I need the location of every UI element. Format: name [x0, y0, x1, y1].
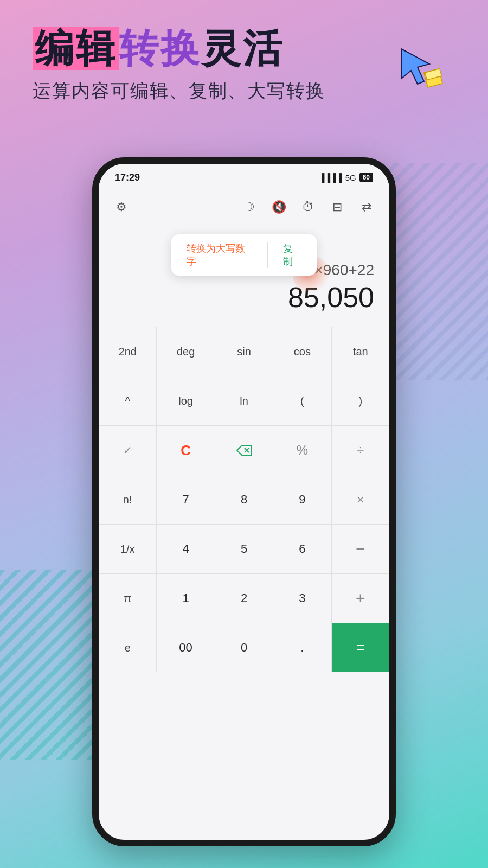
- key-close-paren[interactable]: ): [332, 376, 389, 425]
- phone-mockup: 17:29 ▐▐▐▐ 5G 60 ⚙ ☽ 🔇 ⏱ ⊟ ⇄ 转换为大写数字 复制 …: [92, 157, 396, 846]
- title-part2: 转换: [119, 27, 202, 70]
- key-pi[interactable]: π: [99, 574, 157, 623]
- app-toolbar: ⚙ ☽ 🔇 ⏱ ⊟ ⇄: [99, 191, 389, 224]
- header-subtitle: 运算内容可编辑、复制、大写转换: [33, 79, 455, 104]
- key-clear[interactable]: C: [157, 426, 215, 475]
- key-equals[interactable]: =: [332, 623, 389, 672]
- battery-indicator: 60: [359, 173, 373, 182]
- toolbar-right-icons: ☽ 🔇 ⏱ ⊟ ⇄: [240, 197, 376, 217]
- convert-button[interactable]: ⇄: [357, 197, 376, 217]
- network-type: 5G: [345, 173, 356, 182]
- copy-button[interactable]: 复制: [283, 242, 301, 268]
- backspace-icon: [236, 444, 252, 456]
- key-zero[interactable]: 0: [215, 623, 273, 672]
- title-part3: 灵活: [202, 27, 284, 70]
- key-row-5: 1/x 4 5 6 −: [99, 524, 389, 573]
- key-cos[interactable]: cos: [273, 327, 331, 376]
- key-backspace[interactable]: [215, 426, 273, 475]
- key-subtract[interactable]: −: [332, 525, 389, 573]
- key-double-zero[interactable]: 00: [157, 623, 215, 672]
- header-section: 编辑转换灵活 运算内容可编辑、复制、大写转换: [33, 27, 455, 104]
- bg-decoration-right: [380, 163, 488, 380]
- key-7[interactable]: 7: [157, 475, 215, 524]
- key-divide[interactable]: ÷: [332, 426, 389, 475]
- key-tan[interactable]: tan: [332, 327, 389, 376]
- signal-bars-icon: ▐▐▐▐: [319, 173, 342, 182]
- header-title: 编辑转换灵活: [33, 27, 455, 70]
- key-row-4: n! 7 8 9 ×: [99, 475, 389, 524]
- keyboard-area: 2nd deg sin cos tan ^ log ln ( ) ✓ C: [99, 321, 389, 672]
- key-6[interactable]: 6: [273, 525, 331, 573]
- menu-divider: [267, 242, 268, 268]
- key-3[interactable]: 3: [273, 574, 331, 623]
- title-highlight: 编辑: [33, 27, 119, 70]
- key-8[interactable]: 8: [215, 475, 273, 524]
- bg-decoration-left: [0, 570, 98, 760]
- convert-to-chinese-button[interactable]: 转换为大写数字: [187, 242, 252, 268]
- history-button[interactable]: ⏱: [298, 197, 318, 217]
- key-2[interactable]: 2: [215, 574, 273, 623]
- key-percent[interactable]: %: [273, 426, 331, 475]
- key-row-bottom: e 00 0 . =: [99, 623, 389, 672]
- key-power[interactable]: ^: [99, 376, 157, 425]
- key-deg[interactable]: deg: [157, 327, 215, 376]
- key-row-3: ✓ C % ÷: [99, 425, 389, 475]
- status-time: 17:29: [115, 172, 140, 183]
- key-sqrt[interactable]: ✓: [99, 426, 157, 475]
- key-row-1: 2nd deg sin cos tan: [99, 327, 389, 376]
- key-multiply[interactable]: ×: [332, 475, 389, 524]
- key-log[interactable]: log: [157, 376, 215, 425]
- key-ln[interactable]: ln: [215, 376, 273, 425]
- key-1[interactable]: 1: [157, 574, 215, 623]
- status-icons: ▐▐▐▐ 5G 60: [319, 173, 373, 182]
- settings-button[interactable]: ⚙: [112, 197, 131, 217]
- key-4[interactable]: 4: [157, 525, 215, 573]
- key-row-2: ^ log ln ( ): [99, 376, 389, 425]
- key-row-6: π 1 2 3 +: [99, 573, 389, 623]
- night-mode-button[interactable]: ☽: [240, 197, 259, 217]
- display-area: 转换为大写数字 复制 88×960+22 85,050: [99, 224, 389, 321]
- key-open-paren[interactable]: (: [273, 376, 331, 425]
- key-9[interactable]: 9: [273, 475, 331, 524]
- key-decimal[interactable]: .: [273, 623, 331, 672]
- context-menu: 转换为大写数字 复制: [171, 234, 317, 276]
- key-reciprocal[interactable]: 1/x: [99, 525, 157, 573]
- key-5[interactable]: 5: [215, 525, 273, 573]
- key-euler[interactable]: e: [99, 623, 157, 672]
- key-factorial[interactable]: n!: [99, 475, 157, 524]
- key-2nd[interactable]: 2nd: [99, 327, 157, 376]
- cursor-decoration: [396, 43, 445, 92]
- key-sin[interactable]: sin: [215, 327, 273, 376]
- sound-toggle-button[interactable]: 🔇: [269, 197, 288, 217]
- key-add[interactable]: +: [332, 574, 389, 623]
- status-bar: 17:29 ▐▐▐▐ 5G 60: [99, 164, 389, 191]
- save-button[interactable]: ⊟: [328, 197, 347, 217]
